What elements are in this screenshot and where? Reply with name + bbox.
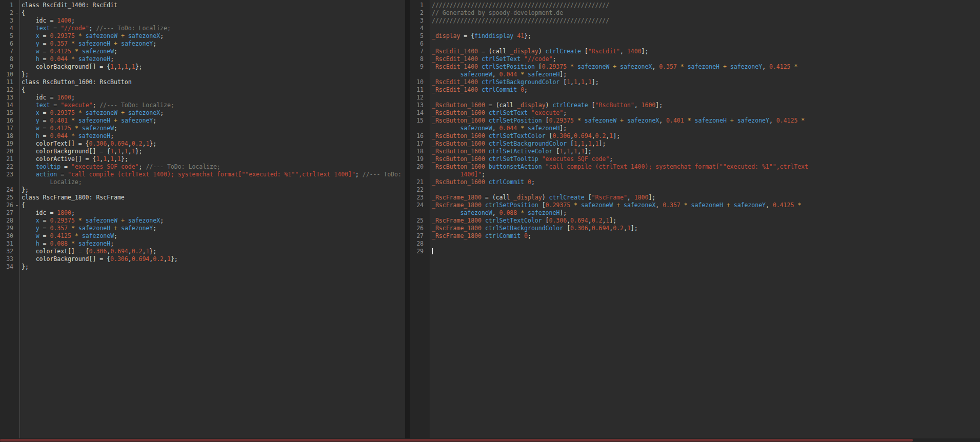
line-number[interactable]: 33 [0, 255, 19, 263]
fold-marker[interactable]: - [14, 86, 19, 94]
line-number[interactable]: 7 [0, 48, 19, 55]
line-number[interactable]: 27 [0, 209, 19, 217]
code-line[interactable]: _RscButton_1600 ctrlSetText "execute"; [430, 109, 980, 117]
code-line[interactable]: idc = 1600; [19, 94, 405, 102]
code-line[interactable]: _RscEdit_1400 ctrlSetBackgroundColor [1,… [430, 78, 980, 86]
line-number[interactable]: 14 [410, 109, 430, 117]
code-line[interactable]: y = 0.401 * safezoneH + safezoneY; [19, 117, 405, 125]
line-number[interactable]: 11 [0, 78, 19, 86]
code-line[interactable]: _RscEdit_1400 ctrlCommit 0; [430, 86, 980, 94]
code-line[interactable]: _RscButton_1600 ctrlCommit 0; [430, 178, 980, 186]
code-line[interactable] [430, 94, 980, 102]
code-line[interactable]: safezoneW, 0.088 * safezoneH]; [430, 209, 980, 217]
code-line[interactable]: colorBackground[] = {1,1,1,1}; [19, 63, 405, 71]
line-number[interactable]: 5 [410, 32, 430, 40]
line-number[interactable]: 15 [410, 117, 430, 125]
line-number[interactable]: 32 [0, 248, 19, 255]
code-line[interactable]: colorActive[] = {1,1,1,1}; [19, 155, 405, 163]
line-number[interactable]: 16 [0, 117, 19, 125]
code-line[interactable]: _RscFrame_1800 ctrlSetPosition [0.29375 … [430, 202, 980, 209]
code-line[interactable]: x = 0.29375 * safezoneW + safezoneX; [19, 109, 405, 117]
line-number[interactable]: 3 [410, 17, 430, 25]
code-line[interactable]: text = "//code"; //--- ToDo: Localize; [19, 25, 405, 32]
code-line[interactable]: 1400]"; [430, 171, 980, 178]
code-line[interactable]: _display = {finddisplay 41}; [430, 32, 980, 40]
code-line[interactable]: h = 0.088 * safezoneH; [19, 240, 405, 248]
code-line[interactable]: safezoneW, 0.044 * safezoneH]; [430, 125, 980, 132]
line-number[interactable]: 2 [410, 9, 430, 17]
code-line[interactable]: w = 0.4125 * safezoneW; [19, 232, 405, 240]
code-line[interactable]: colorText[] = {0.306,0.694,0.2,1}; [19, 140, 405, 148]
line-number[interactable]: 5 [0, 32, 19, 40]
line-number[interactable]: 21 [0, 155, 19, 163]
line-number[interactable]: 1 [410, 2, 430, 9]
code-line[interactable] [430, 240, 980, 248]
code-line[interactable]: _RscFrame_1800 = (call _display) ctrlCre… [430, 194, 980, 202]
code-line[interactable] [430, 25, 980, 32]
code-line[interactable]: ////////////////////////////////////////… [430, 2, 980, 9]
code-line[interactable]: _RscButton_1600 buttonsetAction "call co… [430, 163, 980, 171]
line-number[interactable]: 16 [410, 132, 430, 140]
code-line[interactable]: _RscButton_1600 ctrlSetTooltip "executes… [430, 155, 980, 163]
code-line[interactable]: ////////////////////////////////////////… [430, 17, 980, 25]
code-line[interactable]: idc = 1800; [19, 209, 405, 217]
line-number[interactable]: 30 [0, 232, 19, 240]
code-line[interactable]: _RscButton_1600 ctrlSetPosition [0.29375… [430, 117, 980, 125]
line-number[interactable]: 19 [0, 140, 19, 148]
code-line[interactable]: }; [19, 186, 405, 194]
line-number[interactable]: 18 [0, 132, 19, 140]
line-number[interactable]: 28 [410, 240, 430, 248]
code-line[interactable]: { [19, 202, 405, 209]
code-line[interactable]: safezoneW, 0.044 * safezoneH]; [430, 71, 980, 78]
line-number[interactable]: 14 [0, 102, 19, 109]
scrollbar-thumb[interactable] [0, 439, 913, 441]
line-number[interactable] [410, 171, 430, 178]
line-number[interactable]: 7 [410, 48, 430, 55]
code-line[interactable]: y = 0.357 * safezoneH + safezoneY; [19, 40, 405, 48]
code-line[interactable]: colorBackground[] = {0.306,0.694,0.2,1}; [19, 255, 405, 263]
line-number[interactable]: 23 [0, 171, 19, 178]
line-number[interactable]: 12- [0, 86, 19, 94]
code-line[interactable]: x = 0.29375 * safezoneW + safezoneX; [19, 217, 405, 225]
code-line[interactable]: colorBackground[] = {1,1,1,1}; [19, 148, 405, 155]
code-line[interactable]: w = 0.4125 * safezoneW; [19, 125, 405, 132]
code-line[interactable]: _RscEdit_1400 ctrlSetText "//code"; [430, 55, 980, 63]
code-line[interactable]: text = "execute"; //--- ToDo: Localize; [19, 102, 405, 109]
horizontal-scrollbar[interactable] [0, 438, 980, 442]
line-number[interactable]: 13 [410, 102, 430, 109]
line-number[interactable]: 17 [0, 125, 19, 132]
code-line[interactable]: _RscFrame_1800 ctrlSetTextColor [0.306,0… [430, 217, 980, 225]
line-number[interactable] [410, 209, 430, 217]
line-number[interactable]: 19 [410, 155, 430, 163]
line-number[interactable]: 18 [410, 148, 430, 155]
code-line[interactable]: }; [19, 263, 405, 271]
line-number[interactable]: 10 [410, 78, 430, 86]
line-number[interactable] [0, 178, 19, 186]
code-line[interactable]: h = 0.044 * safezoneH; [19, 132, 405, 140]
code-line[interactable]: _RscEdit_1400 ctrlSetPosition [0.29375 *… [430, 63, 980, 71]
line-number[interactable]: 25 [410, 217, 430, 225]
code-line[interactable]: { [19, 86, 405, 94]
line-number[interactable]: 13 [0, 94, 19, 102]
code-line[interactable]: _RscButton_1600 ctrlSetActiveColor [1,1,… [430, 148, 980, 155]
code-line[interactable]: _RscFrame_1800 ctrlCommit 0; [430, 232, 980, 240]
fold-marker[interactable]: - [14, 9, 19, 17]
line-number[interactable]: 29 [0, 225, 19, 232]
line-number[interactable]: 24 [0, 186, 19, 194]
line-number[interactable]: 12 [410, 94, 430, 102]
line-number[interactable]: 25 [0, 194, 19, 202]
code-line[interactable]: _RscButton_1600 ctrlSetBackgroundColor [… [430, 140, 980, 148]
code-line[interactable]: _RscEdit_1400 = (call _display) ctrlCrea… [430, 48, 980, 55]
code-line[interactable] [430, 186, 980, 194]
line-number[interactable] [410, 71, 430, 78]
line-number[interactable]: 22 [0, 163, 19, 171]
line-number[interactable]: 8 [410, 55, 430, 63]
line-number[interactable]: 4 [0, 25, 19, 32]
line-number[interactable]: 8 [0, 55, 19, 63]
line-number[interactable]: 21 [410, 178, 430, 186]
fold-marker[interactable]: - [14, 202, 19, 209]
line-number[interactable]: 9 [410, 63, 430, 71]
line-number[interactable]: 22 [410, 186, 430, 194]
line-number[interactable]: 28 [0, 217, 19, 225]
line-number[interactable]: 15 [0, 109, 19, 117]
